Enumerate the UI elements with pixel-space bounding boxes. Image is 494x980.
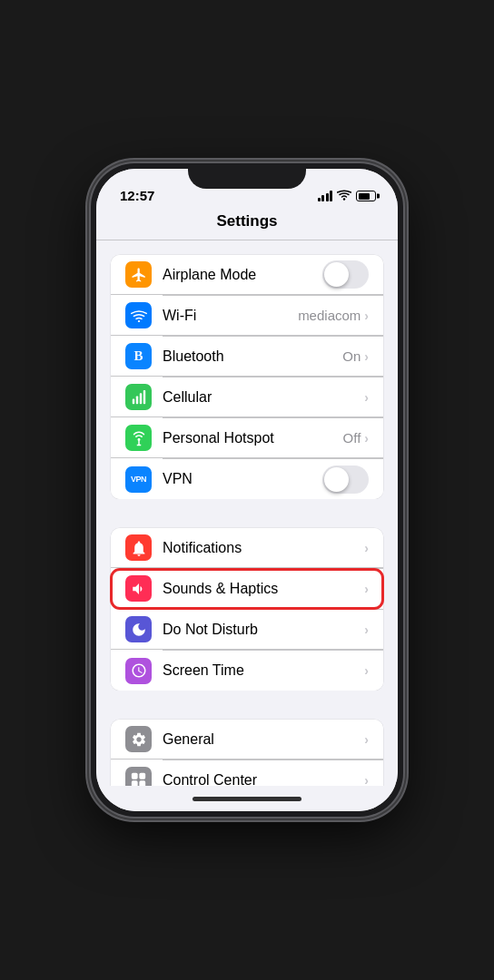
- screen-time-chevron-icon: ›: [364, 663, 369, 678]
- page-title: Settings: [216, 212, 277, 230]
- settings-row-notifications[interactable]: Notifications ›: [111, 528, 383, 568]
- wifi-icon: [125, 302, 152, 328]
- do-not-disturb-icon: [125, 616, 152, 642]
- screen-time-icon: [125, 658, 152, 684]
- home-indicator: [96, 786, 398, 811]
- svg-rect-7: [132, 773, 138, 779]
- airplane-mode-icon: [125, 261, 152, 288]
- settings-row-airplane-mode[interactable]: Airplane Mode: [111, 255, 383, 295]
- svg-rect-2: [135, 396, 137, 404]
- vpn-toggle[interactable]: [322, 466, 369, 494]
- airplane-mode-label: Airplane Mode: [163, 267, 322, 283]
- settings-row-sounds-haptics[interactable]: Sounds & Haptics ›: [111, 569, 383, 609]
- nav-title: Settings: [96, 209, 398, 240]
- svg-rect-10: [139, 780, 145, 786]
- general-icon: [125, 726, 152, 752]
- bluetooth-chevron-icon: ›: [364, 349, 369, 364]
- svg-rect-3: [139, 393, 141, 404]
- svg-rect-1: [132, 398, 133, 404]
- status-time: 12:57: [118, 188, 154, 203]
- sounds-haptics-label: Sounds & Haptics: [163, 581, 364, 597]
- do-not-disturb-chevron-icon: ›: [364, 622, 369, 637]
- svg-point-0: [137, 319, 139, 321]
- control-center-icon: [125, 767, 152, 786]
- bluetooth-label: Bluetooth: [163, 348, 342, 365]
- bluetooth-value: On: [342, 348, 361, 364]
- settings-row-control-center[interactable]: Control Center ›: [111, 760, 383, 786]
- settings-row-vpn[interactable]: VPN VPN: [111, 459, 383, 499]
- control-center-label: Control Center: [163, 772, 364, 787]
- settings-row-general[interactable]: General ›: [111, 720, 383, 760]
- scroll-content[interactable]: Airplane Mode: [96, 240, 398, 786]
- general-label: General: [163, 731, 364, 748]
- settings-row-wifi[interactable]: Wi-Fi mediacom ›: [111, 296, 383, 336]
- wifi-status-icon: [337, 189, 351, 203]
- settings-row-hotspot[interactable]: Personal Hotspot Off ›: [111, 418, 383, 458]
- control-center-chevron-icon: ›: [364, 773, 369, 787]
- hotspot-value: Off: [343, 430, 361, 446]
- group-wrapper-notifications: Notifications › Sounds & Haptics ›: [111, 528, 383, 691]
- airplane-mode-toggle[interactable]: [322, 260, 369, 289]
- signal-bars-icon: [318, 191, 333, 201]
- group-wrapper-network: Airplane Mode: [111, 255, 383, 499]
- hotspot-label: Personal Hotspot: [163, 430, 343, 446]
- bluetooth-icon: B: [125, 343, 152, 369]
- screen: 12:57: [96, 169, 398, 811]
- hotspot-icon: [125, 425, 152, 451]
- cellular-chevron-icon: ›: [364, 390, 369, 405]
- do-not-disturb-label: Do Not Disturb: [163, 622, 364, 638]
- wifi-chevron-icon: ›: [364, 309, 369, 323]
- notch: [188, 163, 306, 189]
- settings-row-screen-time[interactable]: Screen Time ›: [111, 651, 383, 691]
- hotspot-chevron-icon: ›: [364, 431, 369, 446]
- settings-row-cellular[interactable]: Cellular ›: [111, 377, 383, 417]
- settings-group-notifications: Notifications › Sounds & Haptics ›: [96, 528, 398, 691]
- settings-row-do-not-disturb[interactable]: Do Not Disturb ›: [111, 610, 383, 650]
- status-icons: [318, 189, 377, 203]
- cellular-icon: [125, 384, 152, 410]
- screen-time-label: Screen Time: [163, 662, 364, 679]
- notifications-icon: [125, 534, 152, 561]
- general-chevron-icon: ›: [364, 732, 369, 747]
- phone-frame: 12:57: [91, 163, 403, 817]
- notifications-chevron-icon: ›: [364, 541, 369, 555]
- svg-rect-4: [143, 390, 144, 404]
- group-wrapper-general: General ›: [111, 720, 383, 786]
- svg-rect-8: [139, 773, 145, 779]
- wifi-value: mediacom: [298, 308, 361, 323]
- notifications-label: Notifications: [163, 540, 364, 556]
- vpn-label: VPN: [163, 471, 322, 487]
- settings-row-bluetooth[interactable]: B Bluetooth On ›: [111, 337, 383, 377]
- sounds-haptics-chevron-icon: ›: [364, 582, 369, 596]
- settings-group-network: Airplane Mode: [96, 255, 398, 499]
- battery-icon: [356, 191, 376, 201]
- sounds-haptics-icon: [125, 575, 152, 602]
- vpn-icon: VPN: [125, 466, 152, 493]
- svg-rect-9: [132, 780, 138, 786]
- cellular-label: Cellular: [163, 389, 364, 406]
- wifi-label: Wi-Fi: [163, 308, 298, 324]
- home-bar: [193, 797, 301, 801]
- settings-group-general: General ›: [96, 720, 398, 786]
